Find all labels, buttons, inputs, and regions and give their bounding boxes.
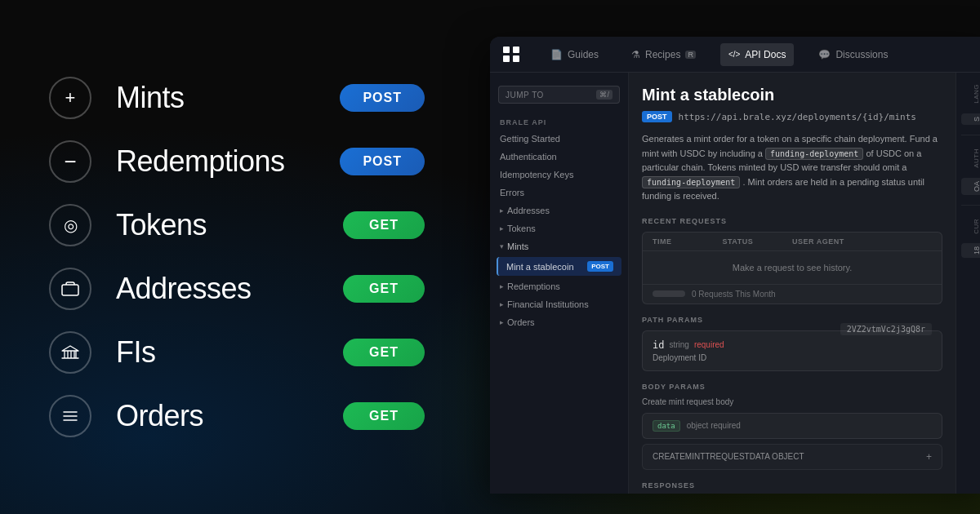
recent-requests-label: RECENT REQUESTS <box>642 217 942 225</box>
logo-dot-3 <box>503 55 510 62</box>
api-docs-icon: </> <box>728 50 740 59</box>
chevron-icon: ▸ <box>500 224 504 233</box>
expand-icon[interactable]: + <box>926 451 932 463</box>
sidebar-item-authentication[interactable]: Authentication <box>490 148 628 166</box>
nav-icon-fis <box>49 331 91 374</box>
panel-header: 📄 Guides ⚗ Recipes R </> API Docs 💬 Disc… <box>490 37 980 73</box>
logo-grid <box>503 47 519 63</box>
nav-item-orders[interactable]: Orders GET <box>49 388 425 444</box>
jump-to-button[interactable]: JUMP TO ⌘/ <box>498 86 620 104</box>
chevron-icon: ▸ <box>500 206 504 215</box>
api-url: https://api.brale.xyz/deployments/{id}/m… <box>679 112 916 122</box>
table-empty-message: Make a request to see history. <box>643 251 942 284</box>
data-type: object required <box>687 421 741 430</box>
nav-item-mints[interactable]: + Mints POST <box>49 70 425 126</box>
param-desc: Deployment ID <box>653 353 932 362</box>
method-badge-fis[interactable]: GET <box>343 339 425 366</box>
body-data-row: data object required <box>642 413 942 439</box>
nav-icon-orders <box>49 395 91 437</box>
chevron-icon: ▸ <box>500 282 504 290</box>
method-badge-redemptions[interactable]: POST <box>340 148 425 175</box>
recent-requests-table: TIME STATUS USER AGENT Make a request to… <box>642 232 942 304</box>
nav-label-mints: Mints <box>116 81 315 115</box>
chevron-icon: ▾ <box>500 242 504 250</box>
nav-icon-addresses <box>49 268 91 310</box>
tab-guides[interactable]: 📄 Guides <box>542 43 607 66</box>
sidebar-item-tokens[interactable]: ▸ Tokens <box>490 219 628 237</box>
nav-item-tokens[interactable]: ◎ Tokens GET <box>49 197 425 253</box>
method-badge-addresses[interactable]: GET <box>343 275 425 303</box>
auth-selector[interactable]: OA <box>961 178 980 195</box>
method-badge: POST <box>642 111 672 122</box>
table-footer: 0 Requests This Month <box>643 284 942 304</box>
api-sidebar: JUMP TO ⌘/ BRALE API Getting Started Aut… <box>490 73 629 494</box>
path-param-id: 2VZ2vtmVc2j3gQ8r id string required Depl… <box>642 330 942 371</box>
tab-recipes[interactable]: ⚗ Recipes R <box>623 43 704 66</box>
api-description: Generates a mint order for a token on a … <box>642 132 942 204</box>
auth-label: AUTH <box>973 148 980 168</box>
svg-rect-0 <box>62 285 78 295</box>
sidebar-item-addresses[interactable]: ▸ Addresses <box>490 202 628 219</box>
discussions-icon: 💬 <box>818 49 831 60</box>
chevron-icon: ▸ <box>500 318 504 326</box>
object-row[interactable]: CREATEMINTTREQUESTDATA OBJECT + <box>642 444 942 470</box>
nav-item-addresses[interactable]: Addresses GET <box>49 261 425 317</box>
logo-dot-1 <box>503 47 510 53</box>
sidebar-item-errors[interactable]: Errors <box>490 184 628 202</box>
logo-dot-2 <box>513 47 519 53</box>
left-panel: + Mints POST − Redemptions POST ◎ Tokens… <box>0 0 474 514</box>
responses-label: RESPONSES <box>642 481 942 490</box>
cur-selector[interactable]: 18 <box>961 243 980 258</box>
sidebar-item-redemptions[interactable]: ▸ Redemptions <box>490 277 628 295</box>
sidebar-item-mints[interactable]: ▾ Mints <box>490 237 628 255</box>
logo-dot-4 <box>513 55 519 62</box>
nav-label-fis: FIs <box>116 335 318 370</box>
sidebar-item-getting-started[interactable]: Getting Started <box>490 130 628 148</box>
nav-item-fis[interactable]: FIs GET <box>49 325 425 380</box>
col-time: TIME <box>653 237 723 246</box>
tab-discussions[interactable]: 💬 Discussions <box>810 43 896 66</box>
nav-icon-redemptions: − <box>49 140 91 183</box>
nav-label-orders: Orders <box>116 399 318 433</box>
nav-label-addresses: Addresses <box>116 272 318 306</box>
sidebar-section-label: BRALE API <box>490 112 628 130</box>
nav-icon-tokens: ◎ <box>49 204 91 246</box>
path-params-section: PATH PARAMS 2VZ2vtmVc2j3gQ8r id string r… <box>642 316 942 371</box>
sidebar-sub-mint-stablecoin[interactable]: Mint a stablecoin POST <box>497 257 621 276</box>
param-name-row: id string required <box>653 339 932 351</box>
sidebar-item-financial-institutions[interactable]: ▸ Financial Institutions <box>490 295 628 313</box>
guides-icon: 📄 <box>550 49 563 60</box>
api-right-sidebar: LANG S AUTH OA CUR 18 <box>956 73 980 494</box>
method-badge-tokens[interactable]: GET <box>343 211 425 239</box>
nav-icon-mints: + <box>49 77 91 119</box>
col-status: STATUS <box>723 237 793 246</box>
body-params-section: BODY PARAMS Create mint request body dat… <box>642 383 942 470</box>
api-main-content: Mint a stablecoin POST https://api.brale… <box>629 73 956 494</box>
logo <box>503 47 519 63</box>
lang-label: LANG <box>973 84 980 104</box>
data-tag: data <box>653 420 680 432</box>
placeholder-bar <box>653 290 685 297</box>
panel-body: JUMP TO ⌘/ BRALE API Getting Started Aut… <box>490 73 980 494</box>
recipes-icon: ⚗ <box>631 49 640 60</box>
sidebar-item-orders[interactable]: ▸ Orders <box>490 313 628 331</box>
col-user-agent: USER AGENT <box>792 237 932 246</box>
requests-count: 0 Requests This Month <box>692 290 776 299</box>
api-docs-panel: 📄 Guides ⚗ Recipes R </> API Docs 💬 Disc… <box>490 37 980 494</box>
chevron-icon: ▸ <box>500 300 504 308</box>
nav-item-redemptions[interactable]: − Redemptions POST <box>49 134 425 189</box>
lang-selector[interactable]: S <box>961 113 980 125</box>
code-tag-1: funding-deployment <box>765 148 863 160</box>
method-badge-orders[interactable]: GET <box>343 402 425 430</box>
responses-section: RESPONSES 201 default <box>642 481 942 494</box>
cur-label: CUR <box>973 219 980 234</box>
sidebar-item-idempotency[interactable]: Idempotency Keys <box>490 166 628 184</box>
method-badge-mints[interactable]: POST <box>340 84 425 112</box>
body-params-label: BODY PARAMS <box>642 383 942 391</box>
body-create-label: Create mint request body <box>642 397 942 406</box>
param-value: 2VZ2vtmVc2j3gQ8r <box>840 323 932 335</box>
tab-api-docs[interactable]: </> API Docs <box>720 43 794 66</box>
api-endpoint-title: Mint a stablecoin <box>642 86 942 104</box>
code-tag-2: funding-deployment <box>642 176 740 188</box>
table-header: TIME STATUS USER AGENT <box>643 233 942 251</box>
